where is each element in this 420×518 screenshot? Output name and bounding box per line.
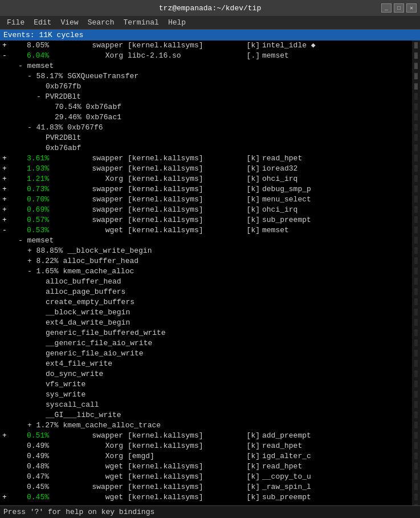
row-command: swapper	[49, 41, 123, 51]
row-indicator	[2, 441, 9, 451]
table-row[interactable]: +0.69%swapper[kernel.kallsyms][k]ohci_ir…	[0, 205, 420, 215]
table-row[interactable]: 0xb76abf	[0, 143, 420, 153]
status-bar: Press '?' for help on key bindings	[0, 505, 420, 518]
table-row[interactable]: 0.45%swapper[kernel.kallsyms][k]_raw_spi…	[0, 482, 420, 492]
row-symbol: - memset	[18, 236, 54, 246]
table-row[interactable]: - 41.83% 0xb767f6	[0, 123, 420, 133]
row-symbol: generic_file_aio_write	[46, 349, 144, 359]
table-row[interactable]: PVR2DBlt	[0, 133, 420, 143]
row-dso: [kernel.kallsyms]	[123, 225, 237, 236]
minimize-button[interactable]: _	[381, 3, 392, 13]
table-row[interactable]: generic_file_buffered_write	[0, 328, 420, 338]
row-dso: [kernel.kallsyms]	[123, 205, 237, 215]
scroll-tick: ▒	[412, 400, 420, 410]
table-row[interactable]: + 88.85% __block_write_begin	[0, 246, 420, 256]
table-row[interactable]: 0xb767fb	[0, 82, 420, 92]
table-row[interactable]: 0.47%wget[kernel.kallsyms][k]__copy_to_u	[0, 472, 420, 482]
table-row[interactable]: - memset	[0, 236, 420, 246]
row-command: Xorg	[49, 441, 123, 451]
table-row[interactable]: ext4_file_write	[0, 359, 420, 369]
table-row[interactable]: +0.73%swapper[kernel.kallsyms][k]debug_s…	[0, 184, 420, 195]
table-row[interactable]: -6.04%Xorglibc-2.16.so[.]memset	[0, 51, 420, 61]
row-dso: [kernel.kallsyms]	[123, 441, 237, 451]
row-percent: 0.57%	[9, 215, 49, 225]
table-row[interactable]: do_sync_write	[0, 369, 420, 379]
menu-item-help[interactable]: Help	[164, 17, 190, 28]
table-row[interactable]: +0.45%wget[kernel.kallsyms][k]sub_preemp…	[0, 492, 420, 503]
row-command: swapper	[49, 205, 123, 215]
table-row[interactable]: 0.48%wget[kernel.kallsyms][k]read_hpet	[0, 462, 420, 472]
scroll-tick: ▒	[412, 236, 420, 246]
scrollbar[interactable]: ▓▓▓▓▓▒▒▒▒▒▒▒▒▒▒▒▒▒▒▒▒▒▒▒▒▒▒▒▒▒▒▒▒▒▒▒▒▒▒▒…	[412, 41, 420, 505]
table-row[interactable]: +1.21%Xorg[kernel.kallsyms][k]ohci_irq	[0, 174, 420, 184]
table-row[interactable]: - 58.17% SGXQueueTransfer	[0, 71, 420, 82]
content-lines: +8.05%swapper[kernel.kallsyms][k]intel_i…	[0, 41, 420, 503]
row-type: [k]	[237, 225, 260, 236]
table-row[interactable]: - PVR2DBlt	[0, 92, 420, 102]
scroll-tick: ▒	[412, 256, 420, 266]
scroll-tick: ▒	[412, 195, 420, 205]
scroll-tick: ▒	[412, 318, 420, 328]
title-bar-buttons: _ □ ✕	[381, 3, 417, 13]
table-row[interactable]: -0.53%wget[kernel.kallsyms][k]memset	[0, 225, 420, 236]
table-row[interactable]: ext4_da_write_begin	[0, 318, 420, 328]
row-dso: [kernel.kallsyms]	[123, 431, 237, 441]
table-row[interactable]: + 1.27% kmem_cache_alloc_trace	[0, 420, 420, 431]
table-row[interactable]: 29.46% 0xb76ac1	[0, 112, 420, 123]
table-row[interactable]: - memset	[0, 61, 420, 71]
row-indicator	[2, 451, 9, 462]
row-symbol: read_hpet	[260, 441, 420, 451]
maximize-button[interactable]: □	[394, 3, 404, 13]
close-button[interactable]: ✕	[406, 3, 417, 13]
menu-item-edit[interactable]: Edit	[29, 17, 56, 28]
scroll-tick: ▒	[412, 462, 420, 472]
scroll-tick: ▒	[412, 307, 420, 318]
row-dso: [kernel.kallsyms]	[123, 164, 237, 174]
row-command: wget	[49, 225, 123, 236]
row-symbol: - 1.65% kmem_cache_alloc	[27, 266, 134, 277]
table-row[interactable]: +0.51%swapper[kernel.kallsyms][k]add_pre…	[0, 431, 420, 441]
table-row[interactable]: __GI___libc_write	[0, 410, 420, 420]
row-symbol: memset	[260, 51, 420, 61]
table-row[interactable]: vfs_write	[0, 379, 420, 390]
table-row[interactable]: +0.57%swapper[kernel.kallsyms][k]sub_pre…	[0, 215, 420, 225]
row-command: wget	[49, 472, 123, 482]
title-text: trz@empanada:~/kdev/tip	[159, 4, 261, 13]
row-symbol: alloc_page_buffers	[46, 287, 125, 297]
table-row[interactable]: 70.54% 0xb76abf	[0, 102, 420, 112]
row-indicator: +	[2, 195, 9, 205]
row-indicator: +	[2, 431, 9, 441]
scroll-tick: ▒	[412, 410, 420, 420]
row-percent: 0.49%	[9, 441, 49, 451]
table-row[interactable]: __block_write_begin	[0, 307, 420, 318]
row-command: wget	[49, 492, 123, 503]
row-dso: [kernel.kallsyms]	[123, 184, 237, 195]
row-symbol: 29.46% 0xb76ac1	[55, 112, 121, 123]
table-row[interactable]: 0.49%Xorg[emgd][k]igd_alter_c	[0, 451, 420, 462]
table-row[interactable]: - 1.65% kmem_cache_alloc	[0, 266, 420, 277]
table-row[interactable]: syscall_call	[0, 400, 420, 410]
row-command: wget	[49, 462, 123, 472]
table-row[interactable]: alloc_page_buffers	[0, 287, 420, 297]
table-row[interactable]: 0.49%Xorg[kernel.kallsyms][k]read_hpet	[0, 441, 420, 451]
table-row[interactable]: generic_file_aio_write	[0, 349, 420, 359]
row-percent: 3.61%	[9, 153, 49, 164]
table-row[interactable]: sys_write	[0, 390, 420, 400]
menu-item-view[interactable]: View	[56, 17, 83, 28]
scroll-tick: ▓	[412, 71, 420, 82]
scroll-tick: ▒	[412, 123, 420, 133]
row-dso: [kernel.kallsyms]	[123, 462, 237, 472]
table-row[interactable]: + 8.22% alloc_buffer_head	[0, 256, 420, 266]
table-row[interactable]: __generic_file_aio_write	[0, 338, 420, 349]
menu-item-search[interactable]: Search	[83, 17, 119, 28]
table-row[interactable]: +3.61%swapper[kernel.kallsyms][k]read_hp…	[0, 153, 420, 164]
table-row[interactable]: +8.05%swapper[kernel.kallsyms][k]intel_i…	[0, 41, 420, 51]
table-row[interactable]: create_empty_buffers	[0, 297, 420, 307]
row-indicator: +	[2, 41, 9, 51]
row-indicator: +	[2, 184, 9, 195]
table-row[interactable]: +0.70%swapper[kernel.kallsyms][k]menu_se…	[0, 195, 420, 205]
menu-item-terminal[interactable]: Terminal	[119, 17, 163, 28]
table-row[interactable]: alloc_buffer_head	[0, 277, 420, 287]
table-row[interactable]: +1.93%swapper[kernel.kallsyms][k]ioread3…	[0, 164, 420, 174]
menu-item-file[interactable]: File	[2, 17, 29, 28]
